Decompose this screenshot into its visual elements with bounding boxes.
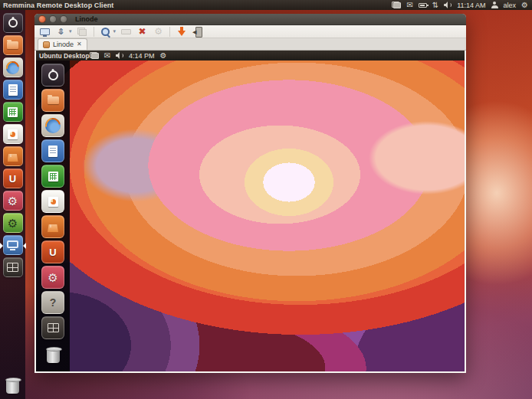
tab-linode[interactable]: Linode ✕ [38, 38, 87, 50]
workspace-grid-icon [7, 263, 18, 272]
launcher-item-libreoffice-writer[interactable] [3, 80, 23, 100]
desktop: Remmina Remote Desktop Client ✉ ⇅ 11:14 … [0, 0, 532, 399]
zoom-dropdown-caret-icon[interactable]: ▾ [113, 28, 117, 34]
shopping-bag-icon [48, 224, 58, 232]
remote-desktop-view[interactable]: Ubuntu Desktop ✉ 4:14 PM ⚙ [34, 51, 466, 373]
launcher-item-firefox[interactable] [3, 57, 23, 77]
window-title: Linode [75, 15, 98, 23]
remote-launcher-item-libreoffice-impress[interactable] [41, 190, 64, 213]
remote-system-tray: ✉ 4:14 PM ⚙ [90, 52, 167, 60]
preferences-button: ⚙ [153, 26, 164, 38]
active-app-title: Remmina Remote Desktop Client [3, 2, 113, 9]
remote-launcher-item-system-settings[interactable]: ⚙ [41, 266, 64, 289]
settings-gear-icon: ⚙ [48, 272, 57, 283]
ubuntu-one-icon: U [49, 247, 56, 257]
remote-launcher-item-libreoffice-writer[interactable] [41, 139, 64, 162]
folder-icon [48, 96, 59, 104]
resize-dropdown-caret-icon[interactable]: ▾ [69, 28, 72, 34]
minimize-button[interactable] [49, 15, 57, 23]
shopping-bag-icon [8, 154, 18, 162]
remote-desktop-title: Ubuntu Desktop [39, 52, 90, 60]
toolbar-separator [94, 27, 94, 37]
remote-wallpaper[interactable]: Ubuntu Desktop ✉ 4:14 PM ⚙ [36, 51, 465, 371]
maximize-button[interactable] [60, 15, 67, 23]
keyboard-grab-button [120, 26, 132, 38]
volume-icon[interactable] [444, 2, 452, 8]
remote-top-panel: Ubuntu Desktop ✉ 4:14 PM ⚙ [36, 51, 465, 61]
tab-close-icon[interactable]: ✕ [77, 41, 82, 47]
resize-window-button[interactable] [55, 26, 67, 38]
writer-document-icon [48, 146, 57, 157]
session-gear-icon[interactable]: ⚙ [160, 52, 167, 60]
launcher-item-libreoffice-calc[interactable] [3, 102, 23, 122]
remote-launcher-item-ubuntu-one[interactable]: U [41, 240, 64, 263]
close-button[interactable] [38, 15, 46, 23]
user-icon[interactable] [491, 2, 498, 8]
remote-clock[interactable]: 4:14 PM [129, 52, 155, 60]
launcher-item-trash[interactable] [2, 376, 22, 396]
firefox-icon [45, 118, 61, 133]
launcher-item-ubuntu-software-center[interactable] [3, 146, 23, 166]
launcher-item-workspace-switcher[interactable] [3, 257, 23, 277]
remote-unity-launcher: U ⚙ ? [36, 61, 70, 371]
remote-launcher-item-help[interactable]: ? [41, 291, 64, 314]
session-gear-icon[interactable]: ⚙ [521, 2, 528, 9]
ubuntu-logo-icon [48, 70, 58, 80]
tab-label: Linode [53, 41, 74, 48]
top-panel: Remmina Remote Desktop Client ✉ ⇅ 11:14 … [0, 0, 532, 10]
disconnect-icon [192, 27, 202, 36]
workspace-grid-icon [48, 323, 59, 332]
orange-arrow-icon [177, 27, 186, 36]
duplicate-connection-button [77, 26, 88, 38]
remmina-toolbar: ▾ ▾ ✖ ⚙ [34, 25, 466, 38]
tools-cross-icon: ✖ [139, 27, 146, 36]
network-icon[interactable] [90, 52, 99, 59]
remmina-window: Linode ▾ ▾ ✖ ⚙ Linode ✕ [34, 14, 466, 373]
trash-icon [47, 348, 60, 363]
duplicate-icon [77, 28, 87, 36]
ubuntu-logo-icon [8, 18, 18, 28]
connection-tabbar: Linode ✕ [34, 38, 466, 51]
remote-launcher-item-workspace-switcher[interactable] [41, 316, 64, 339]
launcher-item-dash-home[interactable] [3, 13, 23, 33]
preferences-gear-icon: ⚙ [154, 27, 163, 36]
launcher-item-software-updater[interactable]: ⚙ [3, 213, 23, 233]
folder-icon [7, 41, 18, 49]
calc-spreadsheet-icon [48, 172, 58, 182]
settings-gear-icon: ⚙ [8, 195, 18, 207]
volume-icon[interactable] [116, 52, 123, 59]
zoom-button[interactable] [100, 26, 111, 38]
ubuntu-one-icon: U [9, 174, 16, 184]
fullscreen-icon [40, 28, 50, 35]
writer-document-icon [8, 84, 18, 96]
tools-button[interactable]: ✖ [136, 26, 148, 38]
running-indicator-icon [0, 243, 3, 249]
mail-icon[interactable]: ✉ [406, 2, 412, 9]
remote-launcher-item-firefox[interactable] [41, 114, 64, 137]
battery-icon[interactable] [419, 3, 427, 8]
launcher-item-system-settings[interactable]: ⚙ [3, 191, 23, 211]
remote-launcher-item-ubuntu-software-center[interactable] [41, 215, 64, 238]
launcher-item-libreoffice-impress[interactable] [3, 124, 23, 144]
resize-arrows-icon [56, 27, 66, 37]
remote-launcher-item-libreoffice-calc[interactable] [41, 165, 64, 188]
window-titlebar[interactable]: Linode [34, 14, 466, 25]
mail-icon[interactable]: ✉ [104, 52, 110, 60]
keyboard-icon [121, 29, 131, 34]
username[interactable]: alex [504, 2, 517, 9]
toolbar-separator [169, 27, 170, 37]
connection-icon [43, 41, 50, 48]
launcher-item-home-folder[interactable] [3, 35, 23, 55]
remote-launcher-item-trash[interactable] [41, 344, 64, 367]
launcher-item-ubuntu-one[interactable]: U [3, 168, 23, 188]
traffic-button[interactable] [176, 26, 187, 38]
sync-icon[interactable]: ⇅ [432, 2, 438, 9]
fullscreen-button[interactable] [39, 26, 51, 38]
network-icon[interactable] [392, 2, 401, 8]
disconnect-button[interactable] [192, 26, 203, 38]
clock[interactable]: 11:14 AM [457, 2, 485, 9]
launcher-item-remmina[interactable] [3, 235, 23, 255]
remote-launcher-item-dash-home[interactable] [41, 64, 64, 87]
remote-launcher-item-home-folder[interactable] [41, 89, 64, 112]
remmina-monitor-icon [7, 240, 18, 248]
